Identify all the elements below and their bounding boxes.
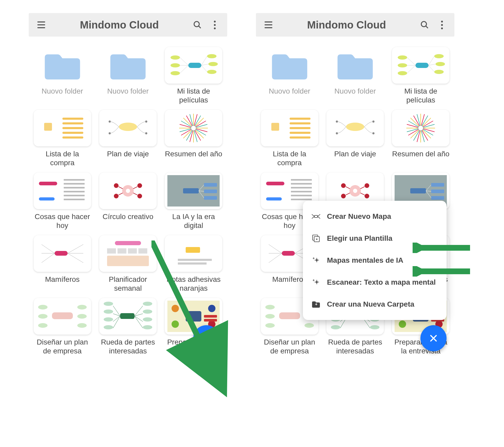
- svg-rect-146: [290, 127, 310, 129]
- map-thumbnail: [99, 235, 157, 272]
- map-thumbnail: [326, 110, 384, 146]
- svg-line-254: [312, 214, 314, 216]
- svg-line-139: [407, 65, 415, 73]
- svg-line-110: [113, 314, 120, 316]
- svg-rect-71: [204, 183, 217, 187]
- svg-rect-143: [271, 123, 279, 131]
- folder-item[interactable]: Nuovo folder: [325, 47, 385, 105]
- svg-rect-184: [291, 191, 312, 192]
- svg-point-134: [434, 54, 444, 58]
- svg-point-8: [207, 70, 216, 74]
- svg-rect-87: [128, 248, 137, 254]
- folder-icon: [326, 47, 384, 84]
- svg-point-104: [104, 325, 113, 329]
- svg-point-7: [208, 62, 218, 66]
- svg-line-116: [134, 316, 143, 328]
- item-label: Plan de viaje: [107, 150, 149, 168]
- map-item[interactable]: Diseñar un plan de empresa: [32, 298, 93, 356]
- svg-rect-58: [64, 199, 85, 200]
- map-thumbnail: [34, 235, 91, 272]
- svg-rect-51: [39, 182, 57, 185]
- map-item[interactable]: Lista de la compra: [32, 110, 93, 168]
- svg-point-60: [126, 189, 130, 193]
- svg-point-50: [191, 125, 196, 131]
- fab-close-button[interactable]: [420, 325, 447, 351]
- map-item[interactable]: Mi lista de películas: [390, 47, 451, 105]
- svg-rect-185: [291, 195, 312, 196]
- item-label: Mi lista de películas: [165, 87, 222, 105]
- svg-point-63: [137, 183, 142, 188]
- map-item[interactable]: Mi lista de películas: [163, 47, 224, 105]
- folder-item[interactable]: Nuovo folder: [97, 47, 158, 105]
- svg-point-106: [143, 310, 152, 314]
- svg-line-65: [119, 187, 123, 189]
- svg-point-149: [346, 123, 364, 131]
- folder-item[interactable]: Nuovo folder: [259, 47, 320, 105]
- item-label: Mi lista de películas: [392, 87, 449, 105]
- item-label: Nuovo folder: [107, 87, 149, 105]
- item-label: Lista de la compra: [261, 150, 318, 168]
- item-label: Lista de la compra: [34, 150, 91, 168]
- more-icon[interactable]: [435, 18, 449, 32]
- svg-line-142: [429, 65, 434, 72]
- svg-point-3: [171, 55, 180, 60]
- svg-line-257: [318, 216, 320, 219]
- svg-point-95: [38, 314, 48, 319]
- svg-rect-86: [118, 248, 126, 254]
- menu-icon[interactable]: [261, 18, 276, 32]
- svg-rect-72: [204, 190, 217, 193]
- svg-rect-85: [107, 248, 116, 254]
- item-label: Resumen del año: [392, 150, 449, 168]
- template-icon: [311, 233, 321, 244]
- popup-item-map[interactable]: Crear Nuevo Mapa: [303, 205, 447, 227]
- map-item[interactable]: Planificador semanal: [97, 235, 158, 293]
- sparkle-icon: [311, 255, 321, 266]
- svg-line-256: [318, 214, 320, 216]
- map-item[interactable]: Mamíferos: [32, 235, 93, 293]
- svg-line-137: [407, 58, 415, 65]
- svg-rect-84: [115, 241, 141, 245]
- map-item[interactable]: Círculo creativo: [97, 173, 158, 231]
- map-item[interactable]: Lista de la compra: [259, 110, 320, 168]
- svg-rect-19: [62, 132, 83, 134]
- more-icon[interactable]: [207, 18, 222, 32]
- svg-rect-2: [188, 63, 201, 68]
- item-label: Mamíferos: [45, 275, 80, 293]
- svg-line-115: [134, 316, 143, 322]
- search-icon[interactable]: [417, 18, 432, 32]
- map-item[interactable]: Resumen del año: [163, 110, 224, 168]
- svg-point-101: [104, 302, 113, 306]
- svg-line-13: [201, 64, 208, 65]
- svg-line-113: [134, 306, 143, 316]
- svg-point-191: [365, 183, 369, 188]
- map-item[interactable]: Rueda de partes interesadas: [97, 298, 158, 356]
- svg-point-132: [398, 63, 407, 67]
- map-item[interactable]: Plan de viaje: [97, 110, 158, 168]
- map-item[interactable]: Resumen del año: [390, 110, 451, 168]
- phone-screen-closed: Mindomo Cloud Nuovo folderNuovo folderMi…: [29, 13, 227, 359]
- folder-item[interactable]: Nuovo folder: [32, 47, 93, 105]
- folder-icon: [99, 47, 157, 84]
- item-label: Diseñar un plan de empresa: [34, 338, 91, 356]
- map-item[interactable]: La IA y la era digital: [163, 173, 224, 231]
- search-icon[interactable]: [190, 18, 205, 32]
- map-item[interactable]: Plan de viaje: [325, 110, 385, 168]
- svg-rect-18: [62, 127, 83, 129]
- popup-item-folder-plus[interactable]: Crear una Nueva Carpeta: [303, 293, 447, 315]
- svg-point-135: [436, 62, 445, 66]
- svg-point-99: [77, 323, 87, 328]
- item-label: Rueda de partes interesadas: [326, 338, 384, 356]
- svg-point-247: [399, 320, 406, 328]
- map-icon: [311, 211, 321, 222]
- svg-rect-55: [64, 187, 85, 188]
- svg-line-114: [134, 314, 143, 316]
- svg-line-206: [269, 244, 282, 253]
- svg-rect-73: [204, 196, 217, 200]
- svg-point-222: [265, 305, 275, 310]
- menu-icon[interactable]: [34, 18, 49, 32]
- svg-line-194: [346, 193, 350, 195]
- svg-line-80: [42, 253, 55, 263]
- map-item[interactable]: Cosas que hacer hoy: [32, 173, 93, 231]
- svg-line-83: [68, 253, 83, 263]
- svg-line-208: [269, 253, 282, 263]
